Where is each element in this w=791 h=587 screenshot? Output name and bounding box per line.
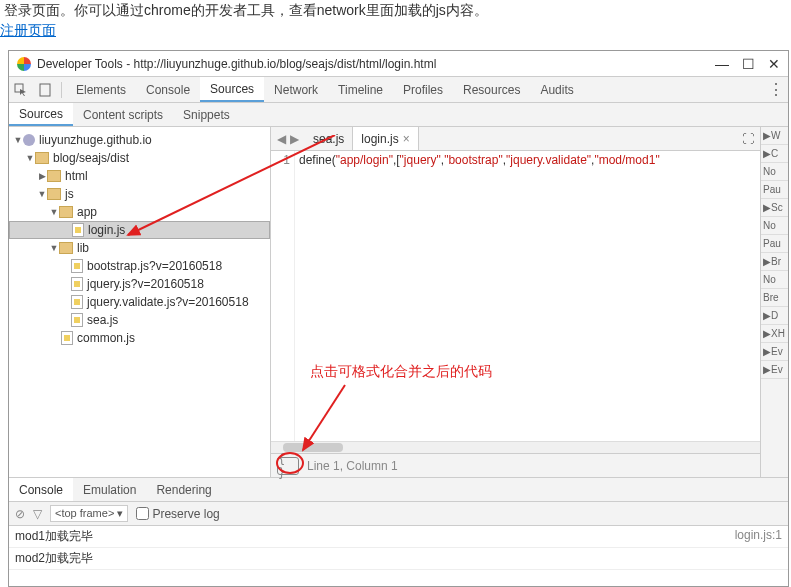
debug-panel-item[interactable]: Pau	[761, 235, 788, 253]
preserve-log-checkbox[interactable]: Preserve log	[136, 507, 219, 521]
editor-pane: ◀ ▶ sea.jslogin.js× ⛶ 1 define("app/logi…	[271, 127, 760, 477]
debug-panel-item[interactable]: ▶Br	[761, 253, 788, 271]
chrome-icon	[17, 57, 31, 71]
folder-icon	[47, 170, 61, 182]
tree-folder[interactable]: ▼app	[9, 203, 270, 221]
editor-tab-sea-js[interactable]: sea.js	[305, 127, 353, 150]
tree-folder[interactable]: ▶html	[9, 167, 270, 185]
tab-resources[interactable]: Resources	[453, 77, 530, 102]
tab-timeline[interactable]: Timeline	[328, 77, 393, 102]
console-message: mod2加载完毕	[9, 548, 788, 570]
subtab-snippets[interactable]: Snippets	[173, 103, 240, 126]
clear-console-icon[interactable]: ⊘	[15, 507, 25, 521]
editor-tabs: ◀ ▶ sea.jslogin.js× ⛶	[271, 127, 760, 151]
debug-panel-item[interactable]: No	[761, 271, 788, 289]
tree-folder[interactable]: ▼blog/seajs/dist	[9, 149, 270, 167]
cursor-position: Line 1, Column 1	[307, 459, 398, 473]
tree-file[interactable]: sea.js	[9, 311, 270, 329]
fullscreen-icon[interactable]: ⛶	[736, 132, 760, 146]
horizontal-scrollbar[interactable]	[271, 441, 760, 453]
page-intro-text: 登录页面。你可以通过chrome的开发者工具，查看network里面加载的js内…	[0, 0, 791, 22]
sources-subtabs: SourcesContent scriptsSnippets	[9, 103, 788, 127]
titlebar: Developer Tools - http://liuyunzhuge.git…	[9, 51, 788, 77]
file-tree: ▼liuyunzhuge.github.io ▼blog/seajs/dist …	[9, 127, 271, 477]
tab-profiles[interactable]: Profiles	[393, 77, 453, 102]
tree-file[interactable]: bootstrap.js?v=20160518	[9, 257, 270, 275]
tree-folder[interactable]: ▼js	[9, 185, 270, 203]
debug-panel-item[interactable]: ▶C	[761, 145, 788, 163]
nav-fwd-icon[interactable]: ▶	[290, 132, 299, 146]
code-line: define("app/login",["jquery","bootstrap"…	[295, 151, 664, 441]
tab-audits[interactable]: Audits	[530, 77, 583, 102]
debug-panel-item[interactable]: ▶XH	[761, 325, 788, 343]
js-file-icon	[61, 331, 73, 345]
folder-icon	[59, 242, 73, 254]
close-button[interactable]: ✕	[768, 58, 780, 70]
tab-elements[interactable]: Elements	[66, 77, 136, 102]
pretty-print-button[interactable]: { }	[277, 457, 299, 475]
tree-domain[interactable]: ▼liuyunzhuge.github.io	[9, 131, 270, 149]
tree-file[interactable]: common.js	[9, 329, 270, 347]
tab-network[interactable]: Network	[264, 77, 328, 102]
tree-file[interactable]: jquery.js?v=20160518	[9, 275, 270, 293]
window-title: Developer Tools - http://liuyunzhuge.git…	[37, 57, 716, 71]
debug-panel-item[interactable]: ▶Ev	[761, 361, 788, 379]
svg-rect-1	[40, 84, 50, 96]
debug-panel-item[interactable]: ▶Ev	[761, 343, 788, 361]
drawer-tab-console[interactable]: Console	[9, 478, 73, 501]
nav-back-icon[interactable]: ◀	[277, 132, 286, 146]
cloud-icon	[23, 134, 35, 146]
debug-panel-item[interactable]: No	[761, 163, 788, 181]
annotation-text: 点击可格式化合并之后的代码	[310, 363, 492, 381]
main-toolbar: ElementsConsoleSourcesNetworkTimelinePro…	[9, 77, 788, 103]
js-file-icon	[71, 259, 83, 273]
editor-tab-login-js[interactable]: login.js×	[353, 127, 418, 150]
debug-panel-item[interactable]: Bre	[761, 289, 788, 307]
js-file-icon	[71, 295, 83, 309]
frame-selector[interactable]: <top frame> ▾	[50, 505, 128, 522]
tree-file[interactable]: jquery.validate.js?v=20160518	[9, 293, 270, 311]
debug-panel-item[interactable]: Pau	[761, 181, 788, 199]
close-tab-icon[interactable]: ×	[403, 132, 410, 146]
console-messages: mod1加载完毕login.js:1mod2加载完毕	[9, 526, 788, 570]
code-area[interactable]: 1 define("app/login",["jquery","bootstra…	[271, 151, 760, 441]
editor-status-bar: { } Line 1, Column 1	[271, 453, 760, 477]
folder-icon	[47, 188, 61, 200]
line-gutter: 1	[271, 151, 295, 441]
inspect-icon[interactable]	[9, 78, 33, 102]
js-file-icon	[71, 277, 83, 291]
tree-folder[interactable]: ▼lib	[9, 239, 270, 257]
devtools-window: Developer Tools - http://liuyunzhuge.git…	[8, 50, 789, 587]
minimize-button[interactable]: —	[716, 58, 728, 70]
debug-panel-item[interactable]: ▶Sc	[761, 199, 788, 217]
device-icon[interactable]	[33, 78, 57, 102]
folder-icon	[35, 152, 49, 164]
debugger-sidepanel: ▶W▶CNoPau▶ScNoPau▶BrNoBre▶D▶XH▶Ev▶Ev	[760, 127, 788, 477]
subtab-sources[interactable]: Sources	[9, 103, 73, 126]
maximize-button[interactable]: ☐	[742, 58, 754, 70]
subtab-content-scripts[interactable]: Content scripts	[73, 103, 173, 126]
drawer-tab-emulation[interactable]: Emulation	[73, 478, 146, 501]
drawer: ConsoleEmulationRendering ⊘ ▽ <top frame…	[9, 477, 788, 570]
tab-sources[interactable]: Sources	[200, 77, 264, 102]
drawer-tabs: ConsoleEmulationRendering	[9, 478, 788, 502]
main-tabs: ElementsConsoleSourcesNetworkTimelinePro…	[66, 77, 764, 102]
debug-panel-item[interactable]: No	[761, 217, 788, 235]
console-toolbar: ⊘ ▽ <top frame> ▾ Preserve log	[9, 502, 788, 526]
register-link[interactable]: 注册页面	[0, 22, 791, 40]
js-file-icon	[71, 313, 83, 327]
js-file-icon	[72, 223, 84, 237]
debug-panel-item[interactable]: ▶W	[761, 127, 788, 145]
filter-icon[interactable]: ▽	[33, 507, 42, 521]
drawer-tab-rendering[interactable]: Rendering	[146, 478, 221, 501]
folder-icon	[59, 206, 73, 218]
debug-panel-item[interactable]: ▶D	[761, 307, 788, 325]
more-icon[interactable]: ⋮	[764, 80, 788, 99]
tree-file-loginjs[interactable]: login.js	[9, 221, 270, 239]
console-message: mod1加载完毕login.js:1	[9, 526, 788, 548]
tab-console[interactable]: Console	[136, 77, 200, 102]
